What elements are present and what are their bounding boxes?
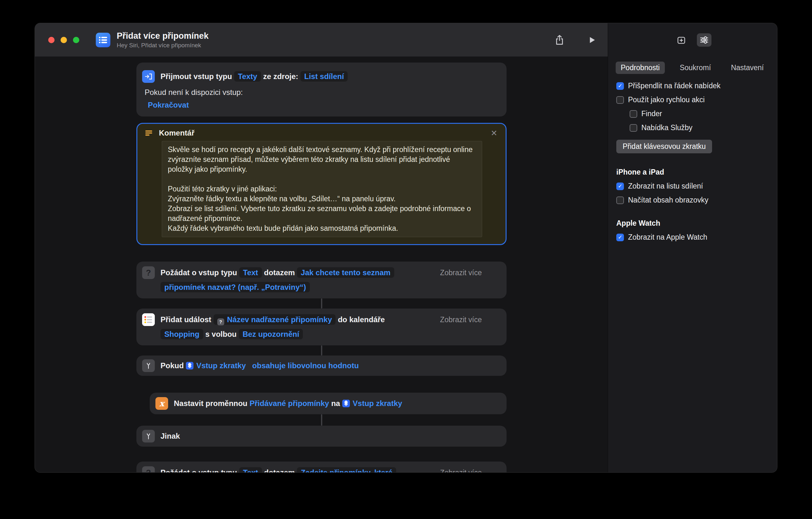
watch-checkbox[interactable] <box>616 234 624 241</box>
action-if[interactable]: Pokud Vstup zkratky obsahuje libovolnou … <box>136 356 506 376</box>
variable-icon: ? <box>217 318 224 325</box>
ask-label: Požádat o vstup typu <box>161 468 237 472</box>
action-set-variable[interactable]: x Nastavit proměnnou Přidávané připomínk… <box>150 393 506 414</box>
action-connector <box>321 414 322 426</box>
option-screen-contents[interactable]: Načítat obsah obrazovky <box>616 196 777 204</box>
set-variable-label: Nastavit proměnnou <box>174 399 248 408</box>
if-condition-token[interactable]: obsahuje libovolnou hodnotu <box>252 361 359 370</box>
action-connector <box>321 345 322 356</box>
comment-text-field[interactable]: Skvěle se hodí pro recepty a jakékoli da… <box>162 141 482 237</box>
shortcut-input-icon <box>186 362 194 370</box>
minimize-button[interactable] <box>61 37 67 43</box>
option-label: Finder <box>641 110 662 118</box>
no-input-label: Pokud není k dispozici vstup: <box>145 87 498 98</box>
ask-type-token[interactable]: Text <box>239 467 262 472</box>
otherwise-label: Jinak <box>161 432 180 440</box>
inspector-tabs: Podrobnosti Soukromí Nastavení <box>616 61 769 74</box>
editor-pane: Přidat více připomínek Hey Siri, Přidat … <box>35 23 608 472</box>
inspector-pane: Podrobnosti Soukromí Nastavení Přišpendl… <box>608 23 777 472</box>
comment-title: Komentář <box>159 129 195 137</box>
comment-paragraph: Zobrazí se list sdílení. Vyberte tuto zk… <box>168 204 476 223</box>
siri-phrase: Hey Siri, Přidat více připomínek <box>117 42 209 49</box>
branch-icon <box>142 359 155 372</box>
add-keyboard-shortcut-button[interactable]: Přidat klávesovou zkratku <box>616 140 712 153</box>
comment-icon <box>144 129 153 137</box>
option-services-menu[interactable]: Nabídka Služby <box>630 124 777 132</box>
action-connector <box>321 298 322 308</box>
action-library-button[interactable] <box>674 33 689 47</box>
action-add-event[interactable]: Přidat událost ?Název nadřazené připomín… <box>136 308 506 345</box>
pin-menu-bar-checkbox[interactable] <box>616 82 624 90</box>
traffic-lights <box>48 37 79 43</box>
option-pin-menu-bar[interactable]: Přišpendlit na řádek nabídek <box>616 82 777 90</box>
calendar-label: do kalendáře <box>338 315 385 324</box>
play-icon <box>587 35 597 45</box>
quick-action-checkbox[interactable] <box>616 96 624 104</box>
add-event-label: Přidat událost <box>161 315 211 324</box>
finder-checkbox[interactable] <box>630 110 637 118</box>
inspector-toggle-button[interactable] <box>697 33 712 47</box>
ask-type-token[interactable]: Text <box>239 267 262 278</box>
option-finder[interactable]: Finder <box>630 110 777 118</box>
comment-paragraph: Použití této zkratky v jiné aplikaci: <box>168 184 476 194</box>
action-ask-input-name[interactable]: ? Požádat o vstup typu Text dotazem Jak … <box>136 262 506 298</box>
option-label: Zobrazit na Apple Watch <box>628 233 707 242</box>
title-block: Přidat více připomínek Hey Siri, Přidat … <box>117 31 209 49</box>
option-label: Použít jako rychlou akci <box>628 95 705 104</box>
share-sheet-checkbox[interactable] <box>616 183 624 190</box>
list-glyph-icon <box>98 35 109 46</box>
input-source-token[interactable]: List sdílení <box>300 71 348 82</box>
ask-input-icon: ? <box>142 466 155 472</box>
calendar-token[interactable]: Shopping <box>161 329 203 339</box>
reminders-icon <box>142 313 155 326</box>
input-type-token[interactable]: Texty <box>234 71 261 82</box>
watch-section-title: Apple Watch <box>616 219 777 227</box>
screen-contents-checkbox[interactable] <box>616 196 624 204</box>
alert-option-token[interactable]: Bez upozornění <box>239 329 303 339</box>
services-menu-checkbox[interactable] <box>630 124 637 132</box>
close-button[interactable] <box>48 37 55 43</box>
option-label: Zobrazit na listu sdílení <box>628 182 703 190</box>
fullscreen-button[interactable] <box>73 37 79 43</box>
ask-label: Požádat o vstup typu <box>161 268 237 277</box>
share-icon <box>554 34 565 46</box>
action-receive-input[interactable]: Přijmout vstup typu Texty ze zdroje: Lis… <box>136 62 506 116</box>
remove-comment-button[interactable]: ✕ <box>491 129 497 137</box>
share-button[interactable] <box>553 34 567 46</box>
option-quick-action[interactable]: Použít jako rychlou akci <box>616 95 777 104</box>
run-button[interactable] <box>585 34 599 46</box>
variable-value-token[interactable]: Vstup zkratky <box>342 399 402 408</box>
no-input-behavior-token[interactable]: Pokračovat <box>148 100 498 110</box>
variable-name-token[interactable]: Přidávané připomínky <box>250 399 329 408</box>
option-label: s volbou <box>205 330 237 338</box>
branch-icon <box>142 430 155 442</box>
comment-paragraph: Každý řádek vybraného textu bude přidán … <box>168 223 476 233</box>
tab-setup[interactable]: Nastavení <box>726 61 769 74</box>
add-event-line1: Přidat událost ?Název nadřazené připomín… <box>161 312 385 327</box>
source-label: ze zdroje: <box>263 72 298 81</box>
option-show-on-watch[interactable]: Zobrazit na Apple Watch <box>616 233 777 242</box>
tab-privacy[interactable]: Soukromí <box>675 61 716 74</box>
comment-paragraph: Zvýrazněte řádky textu a klepněte na vol… <box>168 194 476 204</box>
option-share-sheet[interactable]: Zobrazit na listu sdílení <box>616 182 777 190</box>
action-comment[interactable]: Komentář ✕ Skvěle se hodí pro recepty a … <box>136 123 506 245</box>
action-ask-input-items[interactable]: ? Požádat o vstup typu Text dotazem Zade… <box>136 462 506 472</box>
if-label: Pokud <box>161 361 184 370</box>
if-input-token[interactable]: Vstup zkratky <box>186 361 246 370</box>
iphone-section-title: iPhone a iPad <box>616 168 777 176</box>
action-library-icon <box>676 35 687 45</box>
action-canvas[interactable]: Přijmout vstup typu Texty ze zdroje: Lis… <box>35 56 608 472</box>
show-more-link[interactable]: Zobrazit více <box>440 269 482 277</box>
action-otherwise[interactable]: Jinak <box>136 426 506 447</box>
shortcuts-window: Přidat více připomínek Hey Siri, Přidat … <box>35 23 777 473</box>
actions-column: Přijmout vstup typu Texty ze zdroje: Lis… <box>136 62 506 472</box>
prompt-text-token[interactable]: Zadejte připomínky, které <box>297 467 396 472</box>
show-more-link[interactable]: Zobrazit více <box>440 468 482 472</box>
tab-details[interactable]: Podrobnosti <box>616 61 665 74</box>
option-label: Nabídka Služby <box>641 124 692 132</box>
event-title-token[interactable]: ?Název nadřazené připomínky <box>213 314 336 325</box>
shortcut-input-icon <box>342 400 350 407</box>
add-event-line2: Shopping s volbou Bez upozornění <box>161 327 385 342</box>
show-more-link[interactable]: Zobrazit více <box>440 316 482 324</box>
to-label: na <box>331 399 340 408</box>
